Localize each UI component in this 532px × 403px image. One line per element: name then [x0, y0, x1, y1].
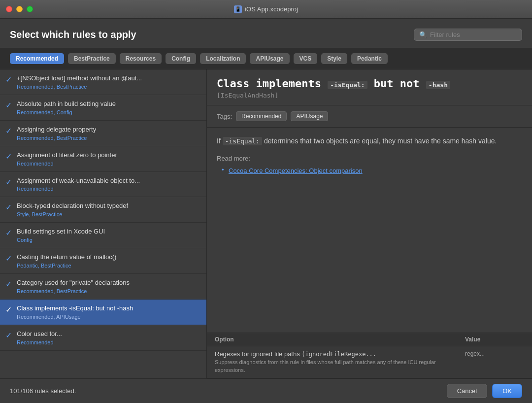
rule-tags: Recommended, BestPractice: [17, 84, 200, 90]
dialog-footer: 101/106 rules selected. Cancel OK: [0, 378, 532, 403]
checkmark-icon: ✓: [4, 75, 13, 84]
tag-localization[interactable]: Localization: [200, 53, 246, 64]
option-code: (ignoredFileRegexe...: [301, 351, 376, 358]
options-header: Option Value: [207, 333, 532, 346]
cancel-button[interactable]: Cancel: [447, 384, 487, 398]
detail-header: Class implements -isEqual: but not -hash…: [207, 69, 532, 105]
list-item[interactable]: ✓ Assignment of weak-unavailable object …: [0, 172, 206, 198]
rule-name: Assignment of weak-unavailable object to…: [17, 177, 200, 185]
detail-title: Class implements -isEqual: but not -hash: [217, 77, 522, 90]
maximize-button[interactable]: [27, 6, 33, 12]
checkmark-icon: ✓: [4, 228, 13, 237]
tag-config[interactable]: Config: [166, 53, 196, 64]
ok-button[interactable]: OK: [492, 384, 522, 398]
detail-description: If -isEqual: determines that two objects…: [217, 135, 522, 147]
tag-badge-apiusage: APIUsage: [291, 111, 328, 121]
app-icon: 📱: [234, 5, 242, 13]
options-row: Regexes for ignored file paths (ignoredF…: [207, 346, 532, 378]
checkmark-icon: ✓: [4, 202, 13, 212]
dialog: Select which rules to apply 🔍 Recommende…: [0, 19, 532, 403]
minimize-button[interactable]: [16, 6, 23, 12]
rule-name: Assignment of literal zero to pointer: [17, 151, 200, 160]
detail-panel: Class implements -isEqual: but not -hash…: [207, 69, 532, 378]
rule-name: Build settings set in Xcode GUI: [17, 228, 200, 236]
search-input[interactable]: [430, 31, 517, 38]
options-table: Option Value Regexes for ignored file pa…: [207, 333, 532, 378]
checkmark-icon: ✓: [4, 254, 13, 263]
detail-tags-row: Tags: Recommended APIUsage: [207, 105, 532, 128]
tag-style[interactable]: Style: [321, 53, 347, 64]
checkmark-icon: ✓: [4, 305, 13, 314]
window-title: 📱 iOS App.xcodeproj: [234, 5, 298, 13]
detail-code-2: -hash: [426, 81, 450, 89]
rule-tags: Config: [17, 237, 200, 243]
tag-apiusage[interactable]: APIUsage: [250, 53, 289, 64]
option-description: Suppress diagnostics from this rule in f…: [215, 359, 465, 374]
list-item[interactable]: ✓ Color used for... Recommended: [0, 325, 206, 351]
rule-tags: Recommended, APIUsage: [17, 314, 200, 320]
list-item[interactable]: ✓ Casting the return value of malloc() P…: [0, 248, 206, 274]
list-item[interactable]: ✓ Absolute path in build setting value R…: [0, 95, 206, 121]
traffic-lights: [6, 6, 33, 12]
option-name: Regexes for ignored file paths (ignoredF…: [215, 350, 465, 358]
titlebar: 📱 iOS App.xcodeproj: [0, 0, 532, 19]
detail-code-1: -isEqual:: [328, 81, 367, 89]
footer-buttons: Cancel OK: [447, 384, 522, 398]
rule-tags: Recommended: [17, 339, 200, 345]
list-item[interactable]: ✓ Block-typed declaration without typede…: [0, 197, 206, 223]
tag-bar: Recommended BestPractice Resources Confi…: [0, 48, 532, 69]
list-item[interactable]: ✓ +[NSObject load] method without an @au…: [0, 69, 206, 95]
rule-name: Absolute path in build setting value: [17, 100, 200, 108]
rule-name: +[NSObject load] method without an @aut.…: [17, 74, 200, 83]
rule-tags: Recommended, BestPractice: [17, 288, 200, 294]
option-col-header: Option: [215, 336, 465, 343]
rule-tags: Style, BestPractice: [17, 211, 200, 217]
rule-name: Block-typed declaration without typedef: [17, 202, 200, 210]
dialog-title: Select which rules to apply: [10, 29, 136, 40]
tag-resources[interactable]: Resources: [120, 53, 162, 64]
rule-tags: Recommended, Config: [17, 109, 200, 115]
tag-vcs[interactable]: VCS: [294, 53, 318, 64]
search-icon: 🔍: [419, 31, 427, 38]
dialog-header: Select which rules to apply 🔍: [0, 19, 532, 48]
checkmark-icon: ✓: [4, 152, 13, 161]
search-box[interactable]: 🔍: [414, 29, 522, 41]
list-item[interactable]: ✓ Assigning delegate property Recommende…: [0, 121, 206, 146]
list-item[interactable]: ✓ Build settings set in Xcode GUI Config: [0, 223, 206, 248]
list-item[interactable]: ✓ Class implements -isEqual: but not -ha…: [0, 300, 206, 325]
option-value: regex...: [465, 350, 524, 357]
rule-name: Assigning delegate property: [17, 126, 200, 134]
tag-pedantic[interactable]: Pedantic: [351, 53, 388, 64]
close-button[interactable]: [6, 6, 12, 12]
read-more-link[interactable]: Cocoa Core Competencies: Object comparis…: [219, 167, 363, 174]
rules-count: 101/106 rules selected.: [10, 387, 76, 395]
value-col-header: Value: [465, 336, 524, 343]
content-area: ✓ +[NSObject load] method without an @au…: [0, 69, 532, 378]
list-item[interactable]: ✓ Assignment of literal zero to pointer …: [0, 146, 206, 172]
tags-label: Tags:: [217, 113, 232, 120]
rule-name: Category used for "private" declarations: [17, 279, 200, 287]
checkmark-icon: ✓: [4, 101, 13, 110]
rule-name: Color used for...: [17, 330, 200, 338]
tag-bestpractice[interactable]: BestPractice: [68, 53, 116, 64]
detail-id: [IsEqualAndHash]: [217, 92, 522, 99]
detail-body: If -isEqual: determines that two objects…: [207, 128, 532, 333]
code-isEqual: -isEqual:: [223, 137, 262, 145]
rule-tags: Pedantic, BestPractice: [17, 263, 200, 269]
tag-recommended[interactable]: Recommended: [10, 53, 64, 64]
checkmark-icon: ✓: [4, 126, 13, 135]
checkmark-icon: ✓: [4, 177, 13, 187]
rule-name: Casting the return value of malloc(): [17, 253, 200, 262]
read-more-label: Read more:: [217, 155, 522, 162]
rule-name: Class implements -isEqual: but not -hash: [17, 304, 200, 313]
rule-tags: Recommended: [17, 161, 200, 167]
rules-list: ✓ +[NSObject load] method without an @au…: [0, 69, 207, 378]
checkmark-icon: ✓: [4, 279, 13, 289]
rule-tags: Recommended, BestPractice: [17, 135, 200, 141]
list-item[interactable]: ✓ Category used for "private" declaratio…: [0, 274, 206, 300]
rule-tags: Recommended: [17, 186, 200, 192]
checkmark-icon: ✓: [4, 331, 13, 340]
tag-badge-recommended: Recommended: [236, 111, 287, 121]
